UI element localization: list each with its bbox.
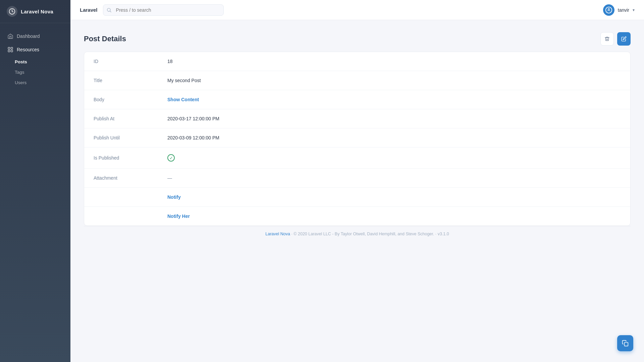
footer: Laravel Nova · © 2020 Laravel LLC - By T… xyxy=(84,226,631,244)
table-row: Notify xyxy=(84,188,630,207)
section-header: Post Details xyxy=(84,32,631,46)
action-buttons xyxy=(600,32,631,46)
sidebar-nav: Dashboard Resources Posts Tags Users xyxy=(0,23,70,95)
detail-value: 18 xyxy=(167,59,621,64)
delete-button[interactable] xyxy=(600,32,614,46)
detail-label: ID xyxy=(94,59,167,64)
detail-label: Body xyxy=(94,97,167,102)
detail-value[interactable]: Show Content xyxy=(167,97,621,102)
search-input[interactable] xyxy=(103,4,224,16)
copy-icon xyxy=(622,340,629,347)
detail-label: Attachment xyxy=(94,175,167,181)
table-row: Publish At2020-03-17 12:00:00 PM xyxy=(84,109,630,128)
user-avatar xyxy=(603,4,614,16)
dashboard-label: Dashboard xyxy=(17,34,40,39)
fab-button[interactable] xyxy=(617,335,633,351)
svg-point-7 xyxy=(608,8,609,10)
details-card: ID18TitleMy second PostBodyShow ContentP… xyxy=(84,52,631,226)
edit-icon xyxy=(621,36,627,42)
detail-value: My second Post xyxy=(167,78,621,83)
footer-copyright: © 2020 Laravel LLC - By Taylor Otwell, D… xyxy=(293,232,434,236)
home-icon xyxy=(7,33,13,39)
table-row: Is Published✓ xyxy=(84,147,630,169)
sidebar-item-resources[interactable]: Resources xyxy=(0,43,70,56)
detail-link-8[interactable]: Notify Her xyxy=(167,214,190,219)
fab-container xyxy=(617,335,633,351)
search-icon xyxy=(106,7,112,13)
header: Laravel tanvir ▾ xyxy=(70,0,644,20)
svg-rect-3 xyxy=(8,50,10,52)
table-row: BodyShow Content xyxy=(84,90,630,109)
sidebar-logo[interactable]: Laravel Nova xyxy=(0,0,70,23)
user-menu[interactable]: tanvir ▾ xyxy=(603,4,635,16)
detail-value[interactable]: Notify Her xyxy=(167,214,621,219)
main-content: Laravel tanvir ▾ xyxy=(70,0,644,362)
sidebar-item-dashboard[interactable]: Dashboard xyxy=(0,30,70,43)
detail-value: ✓ xyxy=(167,154,621,162)
published-check-icon: ✓ xyxy=(167,154,175,162)
footer-separator2: · xyxy=(435,232,438,236)
sidebar-item-tags[interactable]: Tags xyxy=(0,67,70,77)
chevron-down-icon: ▾ xyxy=(633,8,635,12)
edit-button[interactable] xyxy=(617,32,631,46)
sub-nav: Posts Tags Users xyxy=(0,57,70,88)
detail-label: Publish Until xyxy=(94,135,167,140)
svg-rect-1 xyxy=(8,47,10,49)
detail-value[interactable]: Notify xyxy=(167,194,621,200)
page-title: Post Details xyxy=(84,35,126,43)
grid-icon xyxy=(7,47,13,53)
table-row: ID18 xyxy=(84,52,630,71)
logo-icon xyxy=(7,6,17,17)
table-row: Notify Her xyxy=(84,207,630,226)
footer-brand-link[interactable]: Laravel Nova xyxy=(265,232,290,236)
trash-icon xyxy=(604,36,610,42)
sidebar-item-users[interactable]: Users xyxy=(0,77,70,88)
detail-label: Title xyxy=(94,78,167,83)
detail-value: 2020-03-17 12:00:00 PM xyxy=(167,116,621,121)
detail-value: 2020-03-09 12:00:00 PM xyxy=(167,135,621,140)
table-row: Attachment— xyxy=(84,169,630,188)
svg-rect-4 xyxy=(11,50,13,52)
footer-version: v3.1.0 xyxy=(438,232,449,236)
detail-value: — xyxy=(167,175,621,181)
detail-label: Is Published xyxy=(94,155,167,161)
table-row: TitleMy second Post xyxy=(84,71,630,90)
search-bar xyxy=(103,4,224,16)
breadcrumb: Laravel xyxy=(80,7,98,13)
detail-label: Publish At xyxy=(94,116,167,121)
posts-label: Posts xyxy=(15,59,27,64)
detail-link-2[interactable]: Show Content xyxy=(167,97,199,102)
app-title: Laravel Nova xyxy=(21,9,53,14)
tags-label: Tags xyxy=(15,70,24,75)
svg-rect-8 xyxy=(625,343,628,346)
sidebar-item-posts[interactable]: Posts xyxy=(0,57,70,67)
resources-label: Resources xyxy=(17,47,39,52)
svg-rect-2 xyxy=(11,47,13,49)
table-row: Publish Until2020-03-09 12:00:00 PM xyxy=(84,128,630,147)
sidebar: Laravel Nova Dashboard Resources Posts xyxy=(0,0,70,362)
detail-link-7[interactable]: Notify xyxy=(167,194,181,200)
users-label: Users xyxy=(15,80,26,85)
page-body: Post Details ID18TitleMy second xyxy=(70,20,644,362)
user-name: tanvir xyxy=(618,7,629,13)
